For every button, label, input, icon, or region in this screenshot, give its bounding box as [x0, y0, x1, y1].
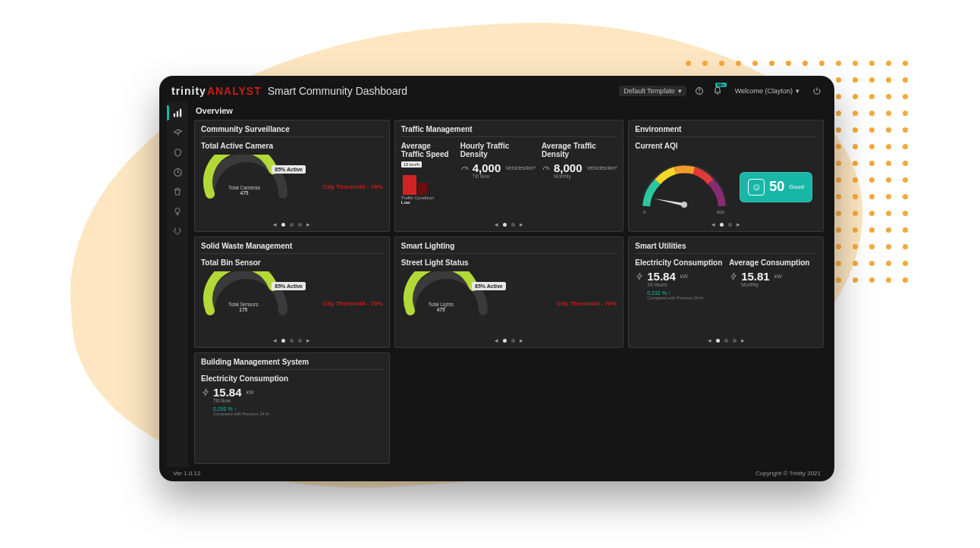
- card-paginator[interactable]: ◂▸: [401, 221, 617, 228]
- odometer-icon: [460, 164, 470, 173]
- card-grid: Community Surveillance Total Active Came…: [194, 120, 824, 464]
- power-icon[interactable]: [812, 86, 822, 96]
- nav-security-icon[interactable]: [172, 147, 183, 158]
- main-content: Overview Community Surveillance Total Ac…: [188, 102, 827, 467]
- delta-value: 0.292 % ↑: [213, 406, 383, 412]
- notification-badge: 99+: [715, 83, 726, 87]
- card-waste: Solid Waste Management Total Bin Sensor …: [194, 236, 390, 348]
- threshold-label: City Threshold - 70%: [323, 183, 383, 190]
- metric-label: Average Traffic Speed: [401, 142, 454, 158]
- template-label: Default Template: [623, 87, 674, 95]
- header-actions: Default Template ▾ 99+ Welcome (Clayton)…: [619, 86, 822, 96]
- odometer-icon: [542, 164, 551, 173]
- card-lighting: Smart Lighting Street Light Status Total…: [394, 236, 623, 348]
- metric-label: Average Consumption: [729, 258, 817, 267]
- threshold-label: City Threshold - 70%: [323, 300, 383, 307]
- metric-label: Average Traffic Density: [542, 142, 617, 158]
- card-paginator[interactable]: ◂▸: [635, 337, 817, 344]
- card-title: Smart Utilities: [635, 242, 817, 254]
- metric-label: Electricity Consumption: [201, 374, 383, 383]
- help-icon[interactable]: [694, 86, 705, 96]
- nav-overview-icon[interactable]: [172, 108, 183, 118]
- bolt-icon: [729, 272, 738, 281]
- notifications-button[interactable]: 99+: [712, 86, 723, 96]
- svg-point-9: [681, 202, 687, 208]
- svg-point-1: [699, 92, 699, 93]
- metric-label: Total Bin Sensor: [201, 258, 383, 267]
- metric-label: Street Light Status: [401, 258, 617, 267]
- card-paginator[interactable]: ◂▸: [201, 337, 383, 344]
- gauge-lights: Total Lights475 85% Active: [401, 271, 492, 309]
- card-title: Traffic Management: [401, 125, 617, 137]
- active-badge: 85% Active: [472, 282, 506, 290]
- workspace: Overview Community Surveillance Total Ac…: [167, 102, 827, 467]
- nav-lighting-icon[interactable]: [172, 206, 183, 217]
- card-title: Smart Lighting: [401, 242, 617, 254]
- aqi-badge: ☺ 50 Good: [740, 172, 812, 202]
- card-paginator[interactable]: ◂▸: [201, 221, 383, 228]
- bolt-icon: [635, 272, 644, 281]
- card-title: Community Surveillance: [201, 125, 383, 137]
- delta-value: 0.232 % ↑: [647, 290, 723, 296]
- card-title: Building Management System: [201, 358, 383, 370]
- active-badge: 85% Active: [272, 165, 306, 174]
- metric-label: Electricity Consumption: [635, 258, 723, 267]
- page-title: Overview: [194, 102, 824, 120]
- user-menu[interactable]: Welcome (Clayton) ▾: [730, 86, 804, 96]
- gauge-sensors: Total Sensors175 85% Active: [201, 271, 292, 309]
- svg-text:500: 500: [717, 210, 725, 215]
- svg-rect-3: [177, 111, 178, 117]
- active-badge: 85% Active: [272, 282, 306, 290]
- card-title: Solid Waste Management: [201, 242, 383, 254]
- nav-waste-icon[interactable]: [172, 186, 183, 197]
- bolt-icon: [201, 388, 210, 397]
- smile-icon: ☺: [748, 179, 765, 196]
- card-utilities: Smart Utilities Electricity Consumption …: [628, 236, 824, 348]
- card-traffic: Traffic Management Average Traffic Speed…: [394, 120, 623, 232]
- svg-rect-4: [180, 109, 181, 117]
- aqi-gauge: 0 500: [635, 161, 733, 214]
- speed-widget: 15 km/h Traffic ConditionLow: [401, 161, 454, 196]
- card-paginator[interactable]: ◂▸: [635, 221, 817, 228]
- card-environment: Environment Current AQI 0: [628, 120, 824, 232]
- app-subtitle: Smart Community Dashboard: [268, 85, 407, 97]
- svg-marker-8: [654, 199, 684, 206]
- copyright-label: Copyright © Trinity 2021: [755, 470, 821, 477]
- metric-label: Total Active Camera: [201, 142, 383, 150]
- version-label: Ver 1.0.12: [173, 470, 200, 477]
- svg-text:0: 0: [643, 210, 646, 215]
- nav-traffic-icon[interactable]: [172, 167, 183, 177]
- brand-analyst: ANALYST: [207, 85, 262, 97]
- card-paginator[interactable]: ◂▸: [401, 337, 617, 344]
- card-title: Environment: [635, 125, 817, 137]
- nav-utilities-icon[interactable]: [172, 226, 183, 236]
- chevron-down-icon: ▾: [796, 87, 799, 95]
- metric-label: Current AQI: [635, 142, 817, 150]
- gauge-cameras: Total Cameras475 85% Active: [201, 155, 292, 193]
- threshold-label: City Threshold - 70%: [557, 300, 617, 307]
- nav-surveillance-icon[interactable]: [172, 127, 183, 138]
- svg-rect-2: [174, 114, 175, 117]
- device-frame: trinity ANALYST Smart Community Dashboar…: [159, 76, 834, 481]
- sidebar: [167, 102, 188, 467]
- footer: Ver 1.0.12 Copyright © Trinity 2021: [167, 467, 827, 477]
- app-header: trinity ANALYST Smart Community Dashboar…: [167, 83, 827, 102]
- chevron-down-icon: ▾: [678, 87, 682, 95]
- template-selector[interactable]: Default Template ▾: [619, 86, 686, 96]
- brand-trinity: trinity: [171, 85, 206, 97]
- welcome-label: Welcome (Clayton): [735, 87, 793, 95]
- card-surveillance: Community Surveillance Total Active Came…: [194, 120, 390, 232]
- metric-label: Hourly Traffic Density: [460, 142, 536, 158]
- card-bms: Building Management System Electricity C…: [194, 352, 390, 464]
